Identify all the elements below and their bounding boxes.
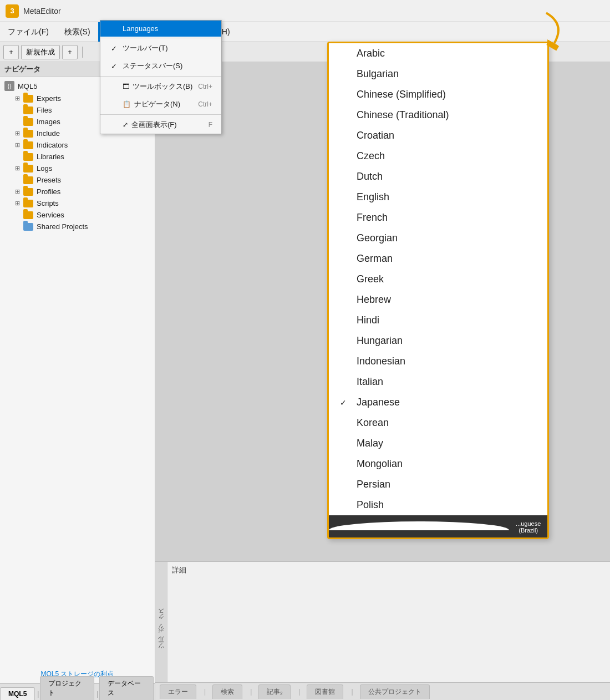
tree-item-logs[interactable]: ⊞ Logs <box>0 163 155 174</box>
tab-separator2: | <box>95 688 99 700</box>
lang-item-chinese-simplified[interactable]: Chinese (Simplified) <box>329 84 547 105</box>
folder-icon <box>23 188 33 196</box>
lang-item-german[interactable]: German <box>329 248 547 269</box>
expand-placeholder <box>13 176 21 184</box>
new-button[interactable]: 新規作成 <box>21 45 60 59</box>
app-icon: 3 <box>6 4 19 18</box>
menu-item-statusbar[interactable]: ✓ ステータスバー(S) <box>100 57 221 75</box>
detail-panel: ツールボックス 詳細 エラー | 検索 | 記事₂ | 図書 <box>155 561 610 700</box>
expand-placeholder <box>13 118 21 126</box>
folder-icon <box>23 95 33 103</box>
tab-separator: | <box>36 688 40 700</box>
lang-item-czech[interactable]: Czech <box>329 146 547 166</box>
expand-placeholder <box>13 211 21 219</box>
lang-item-greek[interactable]: Greek <box>329 269 547 290</box>
expand-icon: ⊞ <box>13 188 21 196</box>
folder-icon <box>23 141 33 149</box>
expand-icon: ⊞ <box>13 200 21 207</box>
status-tab-public-projects[interactable]: 公共プロジェクト <box>360 684 430 699</box>
title-bar: 3 MetaEditor <box>0 0 610 22</box>
lang-item-japanese[interactable]: ✓ Japanese <box>329 392 547 413</box>
status-tab-library[interactable]: 図書館 <box>307 684 343 699</box>
lang-item-croatian[interactable]: Croatian <box>329 125 547 146</box>
languages-submenu: Arabic Bulgarian Chinese (Simplified) Ch… <box>327 42 549 539</box>
folder-icon-blue <box>23 223 33 231</box>
folder-icon <box>23 130 33 138</box>
lang-item-chinese-traditional[interactable]: Chinese (Traditional) <box>329 105 547 125</box>
menu-item-languages[interactable]: Languages <box>100 21 221 37</box>
tab-mql5[interactable]: MQL5 <box>0 687 35 700</box>
partial-lang-item: ...uguese (Brazil) <box>509 519 547 534</box>
expand-icon: ⊞ <box>13 165 21 173</box>
folder-icon <box>23 200 33 207</box>
lang-item-persian[interactable]: Persian <box>329 474 547 495</box>
tree-item-profiles[interactable]: ⊞ Profiles <box>0 186 155 197</box>
status-bar: エラー | 検索 | 記事₂ | 図書館 | 公共プロジェクト <box>155 682 610 700</box>
expand-placeholder <box>13 106 21 114</box>
mql5-icon: {} <box>4 81 14 91</box>
lang-item-english[interactable]: English <box>329 187 547 207</box>
lang-item-korean[interactable]: Korean <box>329 413 547 433</box>
tree-view[interactable]: {} MQL5 ⊞ Experts Files Images ⊞ <box>0 77 155 665</box>
app-title: MetaEditor <box>23 7 61 16</box>
menu-item-toolbox[interactable]: 🗔 ツールボックス(B) Ctrl+ <box>100 78 221 95</box>
folder-icon <box>23 106 33 114</box>
menu-item-fullscreen[interactable]: ⤢ 全画面表示(F) F <box>100 116 221 134</box>
tab-project[interactable]: プロジェクト <box>40 676 94 700</box>
tree-item-services[interactable]: Services <box>0 209 155 221</box>
check-icon: ✓ <box>109 62 118 70</box>
menu-item-navigator[interactable]: 📋 ナビゲータ(N) Ctrl+ <box>100 95 221 113</box>
folder-icon <box>23 211 33 219</box>
expand-placeholder <box>13 223 21 231</box>
tree-item-scripts[interactable]: ⊞ Scripts <box>0 197 155 209</box>
wave-decoration <box>329 521 509 530</box>
tab-database[interactable]: データベース <box>99 676 154 700</box>
lang-item-arabic[interactable]: Arabic <box>329 43 547 64</box>
detail-header: 詳細 <box>167 562 610 579</box>
expand-icon: ⊞ <box>13 141 21 149</box>
folder-icon <box>23 176 33 184</box>
menu-item-toolbar[interactable]: ✓ ツールバー(T) <box>100 39 221 57</box>
menu-separator-1 <box>100 38 221 38</box>
lang-item-bulgarian[interactable]: Bulgarian <box>329 64 547 84</box>
lang-item-hebrew[interactable]: Hebrew <box>329 290 547 310</box>
menu-bar: ファイル(F) 検索(S) 表示(V) ツール(T) ヘルプ(H) <box>0 22 610 42</box>
expand-placeholder <box>13 153 21 161</box>
submenu-scrollbar-bottom: ...uguese (Brazil) <box>329 515 547 537</box>
check-icon: ✓ <box>109 44 118 53</box>
lang-item-italian[interactable]: Italian <box>329 372 547 392</box>
status-tab-error[interactable]: エラー <box>160 684 196 699</box>
lang-item-dutch[interactable]: Dutch <box>329 166 547 187</box>
menu-separator-2 <box>100 76 221 77</box>
toolbar-separator <box>82 47 83 58</box>
tree-item-presets[interactable]: Presets <box>0 174 155 186</box>
lang-item-french[interactable]: French <box>329 207 547 228</box>
status-tab-articles[interactable]: 記事₂ <box>258 684 291 699</box>
expand-icon: ⊞ <box>13 95 21 103</box>
left-panel: + 新規作成 + ナビゲータ {} MQL5 ⊞ Experts <box>0 42 155 700</box>
menu-file[interactable]: ファイル(F) <box>0 22 57 42</box>
lang-item-polish[interactable]: Polish <box>329 495 547 515</box>
new-plus-button[interactable]: + <box>62 45 78 59</box>
status-tab-search[interactable]: 検索 <box>212 684 242 699</box>
lang-item-hungarian[interactable]: Hungarian <box>329 331 547 351</box>
view-dropdown-menu: Languages ✓ ツールバー(T) ✓ ステータスバー(S) 🗔 ツールボ… <box>100 20 222 134</box>
lang-item-mongolian[interactable]: Mongolian <box>329 454 547 474</box>
menu-separator-3 <box>100 114 221 115</box>
menu-search[interactable]: 検索(S) <box>57 22 98 42</box>
tree-item-libraries[interactable]: Libraries <box>0 151 155 163</box>
side-toolbox-label: ツールボックス <box>155 562 167 700</box>
tree-item-shared-projects[interactable]: Shared Projects <box>0 221 155 232</box>
lang-item-georgian[interactable]: Georgian <box>329 228 547 248</box>
folder-icon <box>23 165 33 173</box>
tree-item-indicators[interactable]: ⊞ Indicators <box>0 139 155 151</box>
lang-item-indonesian[interactable]: Indonesian <box>329 351 547 372</box>
folder-icon <box>23 153 33 161</box>
plus-icon[interactable]: + <box>3 45 19 59</box>
lang-item-malay[interactable]: Malay <box>329 433 547 454</box>
bottom-tabs: MQL5 | プロジェクト | データベース <box>0 683 155 700</box>
expand-icon: ⊞ <box>13 130 21 138</box>
lang-item-hindi[interactable]: Hindi <box>329 310 547 331</box>
folder-icon <box>23 118 33 126</box>
